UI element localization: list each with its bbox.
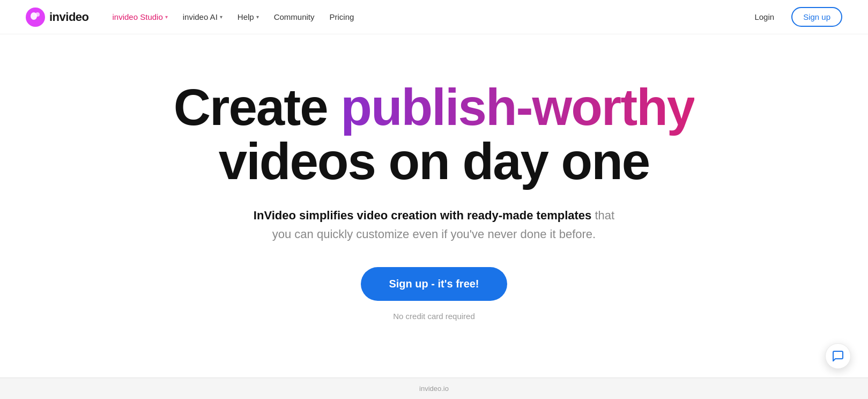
navbar-right: Login Sign up [746,7,842,27]
hero-cta-button[interactable]: Sign up - it's free! [361,267,507,301]
nav-ai-label: invideo AI [183,12,218,21]
navbar: invideo invideo Studio ▾ invideo AI ▾ He… [0,0,868,34]
login-button[interactable]: Login [746,8,783,26]
nav-links: invideo Studio ▾ invideo AI ▾ Help ▾ Com… [106,8,361,26]
logo-text: invideo [49,10,89,24]
logo-icon [26,8,45,27]
hero-title-gradient: publish-worthy [340,78,694,136]
chevron-down-icon: ▾ [256,14,259,20]
chat-widget-button[interactable] [825,343,851,369]
hero-section: Create publish-worthy videos on day one … [0,34,868,356]
svg-point-2 [35,12,40,17]
hero-title: Create publish-worthy videos on day one [174,80,694,189]
hero-title-prefix: Create [174,78,341,136]
nav-ai[interactable]: invideo AI ▾ [176,8,229,26]
nav-studio[interactable]: invideo Studio ▾ [106,8,174,26]
chat-icon [832,350,844,363]
nav-community[interactable]: Community [268,8,321,26]
nav-community-label: Community [274,12,315,21]
logo-link[interactable]: invideo [26,8,89,27]
chevron-down-icon: ▾ [165,14,168,20]
hero-subtitle: InVideo simplifies video creation with r… [252,206,617,243]
nav-studio-label: invideo Studio [113,12,163,21]
bottom-bar: invideo.io [0,378,868,399]
nav-help-label: Help [238,12,254,21]
nav-pricing-label: Pricing [330,12,354,21]
navbar-left: invideo invideo Studio ▾ invideo AI ▾ He… [26,8,360,27]
hero-title-suffix: videos on day one [219,132,650,190]
nav-help[interactable]: Help ▾ [231,8,265,26]
no-credit-text: No credit card required [393,312,475,321]
nav-signup-button[interactable]: Sign up [791,7,842,27]
chevron-down-icon: ▾ [220,14,222,20]
nav-pricing[interactable]: Pricing [323,8,361,26]
hero-subtitle-bold: InVideo simplifies video creation with r… [254,209,591,222]
bottom-bar-text: invideo.io [419,385,449,393]
